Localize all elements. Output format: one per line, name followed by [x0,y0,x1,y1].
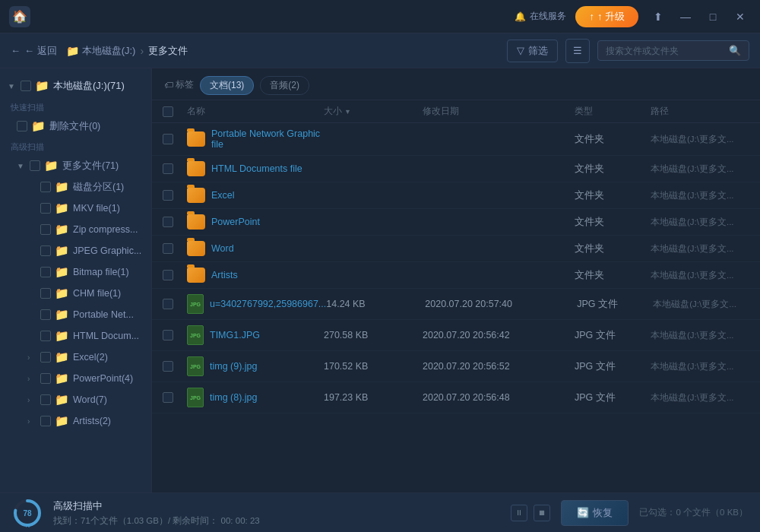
item-checkbox[interactable] [40,267,51,277]
row-name: PowerPoint [187,214,324,230]
sidebar-item[interactable]: 📁 Zip compress... [0,219,151,240]
tab-documents[interactable]: 文档(13) [200,76,254,95]
item-label: HTML Docum... [73,331,139,341]
upgrade-label: ↑ 升级 [597,10,625,24]
sidebar-item[interactable]: 📁 Bitmap file(1) [0,261,151,283]
item-label: Portable Net... [73,309,134,320]
filter-button[interactable]: ▽ 筛选 [507,40,558,62]
sidebar-more-files[interactable]: ▼ 📁 更多文件(71) [0,155,151,176]
header-size[interactable]: 大小 ▼ [324,105,423,118]
restore-icon: 🔄 [577,507,589,518]
table-row[interactable]: Word 文件夹 本地磁盘(J:\更多文... [152,236,760,262]
item-checkbox[interactable] [40,373,51,384]
row-name-text: Excel [211,190,235,201]
header-type[interactable]: 类型 [575,105,651,118]
item-checkbox[interactable] [40,224,51,235]
row-checkbox[interactable] [163,163,187,174]
sidebar-item[interactable]: 📁 磁盘分区(1) [0,176,151,198]
table-row[interactable]: JPG timg (9).jpg 170.52 KB 2020.07.20 20… [152,351,760,382]
folder-icon [187,188,205,203]
breadcrumb-disk-label: 本地磁盘(J:) [82,44,136,58]
sidebar-item[interactable]: › 📁 PowerPoint(4) [0,368,151,389]
item-checkbox[interactable] [40,309,51,320]
breadcrumb-disk[interactable]: 📁 本地磁盘(J:) [66,44,136,58]
table-row[interactable]: HTML Documents file 文件夹 本地磁盘(J:\更多文... [152,156,760,182]
item-checkbox[interactable] [40,245,51,256]
table-row[interactable]: PowerPoint 文件夹 本地磁盘(J:\更多文... [152,209,760,236]
maximize-button[interactable]: □ [702,6,724,27]
header-path[interactable]: 路径 [651,105,749,118]
list-view-button[interactable]: ☰ [565,39,590,63]
table-row[interactable]: JPG timg (8).jpg 197.23 KB 2020.07.20 20… [152,382,760,413]
close-button[interactable]: ✕ [730,6,751,27]
item-label: Excel(2) [73,352,108,363]
sidebar-root-item[interactable]: ▼ 📁 本地磁盘(J:)(71) [0,74,151,97]
sidebar-item[interactable]: 📁 MKV file(1) [0,198,151,219]
table-row[interactable]: JPG u=3402767992,25986967... 14.24 KB 20… [152,289,760,320]
row-checkbox[interactable] [163,299,187,309]
row-checkbox[interactable] [163,243,187,254]
item-checkbox[interactable] [40,203,51,214]
header-date[interactable]: 修改日期 [423,105,575,118]
item-arrow-icon: › [27,375,36,383]
sidebar-item[interactable]: 📁 CHM file(1) [0,283,151,304]
row-name: JPG TIMG1.JPG [187,325,324,345]
item-checkbox[interactable] [40,182,51,192]
row-type: 文件夹 [575,269,651,282]
sidebar-item[interactable]: › 📁 Artists(2) [0,410,151,432]
header-name-label: 名称 [187,105,205,118]
row-type: JPG 文件 [575,391,651,404]
row-checkbox[interactable] [163,361,187,372]
row-name-text: u=3402767992,25986967... [210,299,326,309]
root-folder-icon: 📁 [35,79,49,93]
table-row[interactable]: JPG TIMG1.JPG 270.58 KB 2020.07.20 20:56… [152,320,760,351]
row-checkbox[interactable] [163,330,187,340]
more-files-checkbox[interactable] [30,160,40,171]
table-row[interactable]: Portable Network Graphic file 文件夹 本地磁盘(J… [152,123,760,156]
root-checkbox[interactable] [21,81,31,91]
sidebar-item[interactable]: 📁 JPEG Graphic... [0,240,151,261]
item-folder-icon: 📁 [55,265,69,279]
row-checkbox[interactable] [163,190,187,201]
item-checkbox[interactable] [40,352,51,363]
table-row[interactable]: Artists 文件夹 本地磁盘(J:\更多文... [152,262,760,289]
upgrade-button[interactable]: ↑ ↑ 升级 [575,6,638,27]
breadcrumb-more-files[interactable]: 更多文件 [148,44,188,58]
sidebar-item[interactable]: › 📁 Excel(2) [0,347,151,368]
header-checkbox-col[interactable] [163,105,187,118]
search-input[interactable] [606,46,724,56]
row-checkbox[interactable] [163,392,187,403]
sidebar-item[interactable]: 📁 Portable Net... [0,304,151,325]
restore-button[interactable]: 🔄 恢复 [561,500,629,526]
online-service[interactable]: 🔔 在线服务 [515,10,566,23]
item-checkbox[interactable] [40,394,51,405]
tabs-bar: 🏷 标签 文档(13) 音频(2) [152,68,760,100]
header-name[interactable]: 名称 [187,105,324,118]
minimize-button[interactable]: — [675,6,696,27]
item-checkbox[interactable] [40,288,51,299]
search-box[interactable]: 🔍 [597,40,749,61]
header-checkbox[interactable] [163,106,173,117]
table-row[interactable]: Excel 文件夹 本地磁盘(J:\更多文... [152,182,760,209]
item-checkbox[interactable] [40,331,51,341]
stop-button[interactable]: ⏹ [534,505,550,521]
row-name: JPG u=3402767992,25986967... [187,294,326,314]
row-path: 本地磁盘(J:\更多文... [651,270,749,281]
navbar-right: ▽ 筛选 ☰ 🔍 [507,39,749,63]
tab-audio[interactable]: 音频(2) [260,76,309,95]
item-folder-icon: 📁 [55,308,69,321]
row-checkbox[interactable] [163,217,187,227]
pause-button[interactable]: ⏸ [511,505,527,521]
row-name-text: PowerPoint [211,217,260,227]
sidebar-item[interactable]: › 📁 Word(7) [0,389,151,410]
item-checkbox[interactable] [40,416,51,426]
list-icon: ☰ [573,45,582,56]
sidebar-deleted-files[interactable]: 📁 删除文件(0) [0,116,151,137]
deleted-checkbox[interactable] [17,121,27,131]
row-name: Excel [187,188,324,203]
share-button[interactable]: ⬆ [648,6,669,27]
row-checkbox[interactable] [163,134,187,144]
sidebar-item[interactable]: 📁 HTML Docum... [0,325,151,347]
row-checkbox[interactable] [163,270,187,280]
back-button[interactable]: ← ← 返回 [11,44,57,58]
